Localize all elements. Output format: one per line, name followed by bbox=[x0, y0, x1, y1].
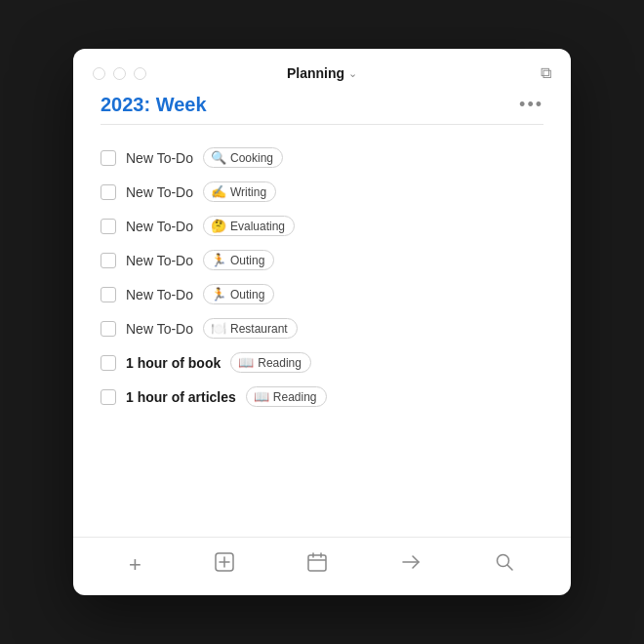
todo-text: New To-Do bbox=[126, 184, 193, 200]
todo-checkbox[interactable] bbox=[101, 184, 116, 200]
arrow-button[interactable] bbox=[392, 547, 429, 582]
todo-checkbox[interactable] bbox=[101, 321, 116, 337]
tag-label: Writing bbox=[230, 185, 266, 199]
page-title: 2023: Week bbox=[101, 94, 207, 116]
tag-label: Outing bbox=[230, 254, 264, 267]
todo-text: New To-Do bbox=[126, 287, 193, 302]
svg-rect-3 bbox=[308, 555, 326, 571]
todo-item: New To-Do🔍Cooking bbox=[101, 141, 543, 175]
todo-item: New To-Do🤔Evaluating bbox=[101, 209, 543, 243]
titlebar: Planning ⌄ ⧉ bbox=[73, 49, 571, 94]
todo-checkbox[interactable] bbox=[101, 355, 116, 371]
todo-tag[interactable]: 🏃Outing bbox=[203, 250, 274, 270]
tag-emoji-icon: 🤔 bbox=[211, 219, 226, 233]
todo-item: New To-Do🏃Outing bbox=[101, 243, 543, 277]
add-box-button[interactable] bbox=[206, 547, 243, 582]
todo-tag[interactable]: 📖Reading bbox=[246, 386, 327, 407]
window-title: Planning bbox=[287, 65, 344, 81]
chevron-down-icon[interactable]: ⌄ bbox=[348, 67, 357, 80]
tag-emoji-icon: 🍽️ bbox=[211, 321, 226, 336]
page-title-row: 2023: Week ••• bbox=[101, 94, 543, 125]
toolbar: + bbox=[73, 537, 571, 595]
tag-label: Outing bbox=[230, 288, 264, 302]
add-button[interactable]: + bbox=[121, 548, 149, 582]
todo-item: New To-Do✍️Writing bbox=[101, 175, 543, 209]
tag-emoji-icon: 📖 bbox=[238, 355, 254, 370]
svg-line-9 bbox=[507, 565, 512, 570]
tag-label: Reading bbox=[273, 390, 317, 404]
todo-text: 1 hour of articles bbox=[126, 389, 236, 405]
todo-item: New To-Do🏃Outing bbox=[101, 277, 543, 311]
todo-text: New To-Do bbox=[126, 253, 193, 268]
tag-emoji-icon: 🏃 bbox=[211, 253, 226, 267]
todo-tag[interactable]: 📖Reading bbox=[230, 352, 311, 373]
close-button[interactable] bbox=[93, 67, 105, 80]
copy-icon[interactable]: ⧉ bbox=[541, 64, 551, 82]
todo-checkbox[interactable] bbox=[101, 219, 116, 234]
content-area: 2023: Week ••• New To-Do🔍CookingNew To-D… bbox=[73, 94, 571, 537]
todo-checkbox[interactable] bbox=[101, 389, 116, 405]
app-window: Planning ⌄ ⧉ 2023: Week ••• New To-Do🔍Co… bbox=[73, 49, 571, 595]
traffic-lights bbox=[93, 67, 146, 80]
tag-label: Evaluating bbox=[230, 220, 285, 233]
search-button[interactable] bbox=[486, 547, 523, 582]
tag-label: Reading bbox=[258, 356, 302, 370]
todo-text: 1 hour of book bbox=[126, 355, 221, 371]
todo-list: New To-Do🔍CookingNew To-Do✍️WritingNew T… bbox=[101, 141, 543, 414]
calendar-button[interactable] bbox=[299, 547, 336, 582]
todo-tag[interactable]: 🍽️Restaurant bbox=[203, 318, 298, 339]
todo-tag[interactable]: 🔍Cooking bbox=[203, 147, 283, 168]
todo-item: 1 hour of book📖Reading bbox=[101, 345, 543, 380]
todo-tag[interactable]: 🏃Outing bbox=[203, 284, 274, 304]
minimize-button[interactable] bbox=[113, 67, 126, 80]
tag-emoji-icon: 📖 bbox=[254, 389, 269, 404]
todo-checkbox[interactable] bbox=[101, 253, 116, 268]
todo-text: New To-Do bbox=[126, 150, 193, 166]
todo-checkbox[interactable] bbox=[101, 287, 116, 302]
todo-item: 1 hour of articles📖Reading bbox=[101, 380, 543, 414]
maximize-button[interactable] bbox=[134, 67, 146, 80]
todo-text: New To-Do bbox=[126, 321, 193, 337]
tag-emoji-icon: 🏃 bbox=[211, 287, 226, 302]
todo-tag[interactable]: ✍️Writing bbox=[203, 181, 276, 202]
todo-text: New To-Do bbox=[126, 219, 193, 234]
todo-checkbox[interactable] bbox=[101, 150, 116, 166]
todo-tag[interactable]: 🤔Evaluating bbox=[203, 216, 295, 236]
tag-label: Restaurant bbox=[230, 322, 288, 336]
todo-item: New To-Do🍽️Restaurant bbox=[101, 311, 543, 345]
tag-emoji-icon: ✍️ bbox=[211, 184, 226, 199]
more-button[interactable]: ••• bbox=[519, 95, 543, 115]
tag-label: Cooking bbox=[230, 151, 273, 165]
tag-emoji-icon: 🔍 bbox=[211, 150, 226, 165]
